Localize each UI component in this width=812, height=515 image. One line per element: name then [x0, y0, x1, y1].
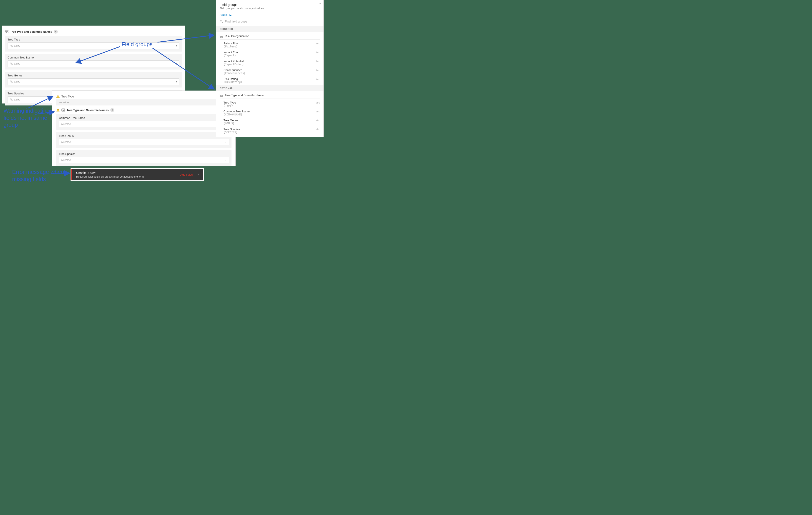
sidebar-field-name: Impact Risk — [224, 51, 238, 54]
sidebar-field-code: {COMMONNAME} — [224, 113, 250, 116]
form-field: Common Tree Name No value ▾ — [56, 114, 232, 130]
field-group-header: Tree Type and Scientific Names 4 — [5, 30, 182, 33]
group-header-with-warning: Tree Type and Scientific Names 3 — [56, 108, 232, 112]
chevron-down-icon: ▾ — [176, 44, 177, 47]
sidebar-field-type: int — [316, 59, 320, 63]
search-input[interactable] — [225, 20, 320, 23]
field-select[interactable]: No value ▾ — [59, 157, 229, 163]
field-value: No value — [10, 80, 20, 83]
sidebar-field-type: int — [316, 69, 320, 72]
field-group-title: Tree Type and Scientific Names — [10, 30, 52, 33]
form-field: Tree Genus No value ▾ — [5, 72, 182, 87]
sidebar-subtitle: Field groups contain contingent values — [220, 7, 320, 10]
annotation-warning: Warning indicating fields not in same gr… — [3, 107, 51, 129]
required-section-header: REQUIRED — [216, 26, 323, 32]
field-value: No value — [61, 123, 71, 126]
form-field: Tree Type No value ▾ — [5, 36, 182, 52]
field-value: No value — [61, 159, 71, 162]
sidebar-field-row[interactable]: Consequences {Consequences} int — [220, 67, 320, 76]
sidebar-field-row[interactable]: Common Tree Name {COMMONNAME} abc — [220, 108, 320, 117]
add-all-link[interactable]: Add all (2) — [216, 12, 236, 19]
sidebar-field-row[interactable]: Tree Type {TYPE} abc — [220, 100, 320, 108]
error-container: Unable to save Required fields and field… — [70, 168, 204, 181]
sidebar-field-name: Failure Risk — [224, 42, 238, 45]
sidebar-field-row[interactable]: Impact Risk {Impact} int — [220, 49, 320, 58]
field-value: No value — [10, 44, 20, 47]
sidebar-field-row[interactable]: Impact Potential {ImpactPoten} int — [220, 58, 320, 67]
optional-section-header: OPTIONAL — [216, 85, 323, 91]
field-group-icon — [220, 35, 223, 38]
optional-group-title: Tree Type and Scientific Names — [225, 93, 265, 97]
form-field: Tree Species No value ▾ — [56, 150, 232, 166]
field-select[interactable]: No value ▾ — [7, 60, 179, 67]
sidebar-title: Field groups — [220, 3, 320, 6]
search-field-groups[interactable] — [216, 19, 323, 26]
form-panel-warning: Tree Type No value Tree Type and Scienti… — [52, 90, 236, 166]
annotation-error: Error message when missing fields — [12, 168, 64, 183]
sidebar-field-row[interactable]: Tree Genus {GENUS} abc — [220, 117, 320, 126]
sidebar-field-code: {Impact} — [224, 54, 238, 57]
sidebar-field-name: Risk Rating — [224, 77, 242, 81]
chevron-up-icon[interactable]: ⌃ — [319, 2, 321, 6]
sidebar-field-row[interactable]: Risk Rating {RiskRating} int — [220, 76, 320, 85]
sidebar-field-type: abc — [316, 128, 320, 131]
sidebar-field-name: Tree Species — [224, 128, 240, 131]
sidebar-field-row[interactable]: Tree Species {SPECIES} abc — [220, 126, 320, 135]
chevron-down-icon: ▾ — [176, 62, 177, 65]
orphan-field-label: Tree Type — [61, 95, 74, 98]
sidebar-field-type: abc — [316, 119, 320, 122]
field-label: Common Tree Name — [7, 56, 179, 59]
error-title: Unable to save — [76, 171, 145, 174]
field-count-badge: 3 — [110, 108, 114, 112]
field-count-badge: 4 — [54, 30, 58, 33]
orphan-field-row: Tree Type — [56, 94, 232, 98]
field-select[interactable]: No value ▾ — [7, 43, 179, 49]
search-icon — [220, 20, 223, 23]
sidebar-field-type: abc — [316, 101, 320, 104]
field-select[interactable]: No value ▾ — [59, 139, 229, 145]
sidebar-field-code: {GENUS} — [224, 122, 238, 125]
sidebar-field-code: {SPECIES} — [224, 131, 240, 134]
sidebar-field-name: Tree Type — [224, 101, 236, 104]
field-label: Common Tree Name — [59, 116, 229, 119]
required-group[interactable]: Risk Categorization Failure Risk {Failur… — [216, 32, 323, 85]
sidebar-field-row[interactable]: Failure Risk {Failure} int — [220, 40, 320, 49]
field-select[interactable]: No value ▾ — [7, 78, 179, 85]
sidebar-field-code: {RiskRating} — [224, 81, 242, 84]
add-fields-link[interactable]: Add fields — [180, 173, 193, 176]
sidebar-field-name: Tree Genus — [224, 119, 238, 122]
form-field: Tree Genus No value ▾ — [56, 132, 232, 148]
field-label: Tree Species — [59, 152, 229, 156]
group-title: Tree Type and Scientific Names — [67, 108, 109, 112]
sidebar-field-code: {ImpactPoten} — [224, 63, 244, 66]
chevron-down-icon: ▾ — [225, 140, 227, 143]
sidebar-field-code: {Failure} — [224, 45, 238, 48]
field-group-icon — [220, 94, 223, 97]
field-label: Tree Genus — [59, 134, 229, 137]
sidebar-field-name: Common Tree Name — [224, 110, 250, 113]
sidebar-field-code: {TYPE} — [224, 104, 236, 107]
required-group-title: Risk Categorization — [225, 34, 249, 38]
sidebar-field-type: int — [316, 51, 320, 54]
sidebar-field-name: Consequences — [224, 69, 245, 72]
field-label: Tree Genus — [7, 74, 179, 77]
error-toast: Unable to save Required fields and field… — [71, 169, 203, 181]
warning-icon — [56, 94, 60, 98]
error-subtitle: Required fields and field groups must be… — [76, 175, 145, 178]
form-field: Common Tree Name No value ▾ — [5, 54, 182, 70]
warning-icon — [56, 108, 60, 112]
sidebar-field-type: int — [316, 42, 320, 45]
chevron-down-icon: ▾ — [176, 80, 177, 83]
sidebar-field-type: abc — [316, 110, 320, 113]
optional-group[interactable]: Tree Type and Scientific Names Tree Type… — [216, 91, 323, 136]
field-label: Tree Type — [7, 38, 179, 41]
orphan-field-value[interactable]: No value — [56, 100, 232, 106]
close-icon[interactable]: × — [198, 173, 200, 176]
field-group-icon — [61, 108, 65, 111]
field-value: No value — [10, 98, 20, 101]
field-value: No value — [61, 140, 71, 143]
sidebar-field-type: int — [316, 77, 320, 81]
chevron-down-icon: ▾ — [225, 159, 227, 162]
field-group-icon — [5, 30, 8, 33]
field-select[interactable]: No value ▾ — [59, 121, 229, 127]
